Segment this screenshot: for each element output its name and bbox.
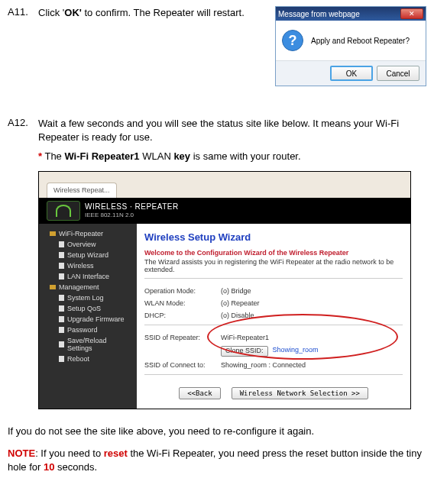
file-icon xyxy=(59,273,64,279)
router-header: WIRELESS · REPEATER IEEE 802.11N 2.0 xyxy=(39,198,410,224)
sidebar-item-label: LAN Interface xyxy=(67,273,109,280)
dialog-title: Message from webpage xyxy=(278,10,360,18)
row-wlan-mode: WLAN Mode: (o) Repeater xyxy=(144,297,403,309)
after-reset: reset xyxy=(104,447,128,459)
step-a12-label: A12. xyxy=(8,117,38,409)
sidebar-item-save-reload[interactable]: Save/Reload Settings xyxy=(39,335,137,354)
dialog-body: ? Apply and Reboot Repeater? xyxy=(276,21,426,60)
sidebar-item-label: Setup Wizard xyxy=(67,251,108,259)
a11-text-pre: Click ' xyxy=(38,7,64,18)
wizard-desc: The Wizard assists you in registering th… xyxy=(144,258,403,273)
separator xyxy=(144,374,403,375)
router-sidebar: WiFi-Repeater Overview Setup Wizard Wire… xyxy=(39,224,137,409)
step-a12-body: Wait a few seconds and you will see the … xyxy=(38,117,426,409)
sidebar-item-label: Password xyxy=(67,326,98,334)
wizard-footer: <<Back Wireless Network Selection >> xyxy=(144,381,403,404)
after-p2: NOTE: If you need to reset the Wi-Fi Rep… xyxy=(8,447,426,473)
step-a11-label: A11. xyxy=(8,6,38,86)
file-icon xyxy=(59,305,64,312)
step-a12: A12. Wait a few seconds and you will see… xyxy=(8,117,426,409)
note-pre: The xyxy=(42,150,64,162)
file-icon xyxy=(59,327,64,333)
note-mid: WLAN xyxy=(140,150,174,162)
step-a12-text: Wait a few seconds and you will see the … xyxy=(38,117,426,144)
question-icon: ? xyxy=(282,30,303,51)
row-op-mode: Operation Mode: (o) Bridge xyxy=(144,285,403,297)
router-header-title: WIRELESS · REPEATER xyxy=(85,202,179,211)
ok-button[interactable]: OK xyxy=(330,66,373,81)
sidebar-item-overview[interactable]: Overview xyxy=(39,239,137,250)
browser-tab[interactable]: Wireless Repeat... xyxy=(47,183,117,198)
wlan-mode-value: (o) Repeater xyxy=(221,299,403,307)
sidebar-item-label: Management xyxy=(59,283,99,291)
wifi-logo-icon xyxy=(47,201,80,221)
sidebar-item-password[interactable]: Password xyxy=(39,325,137,335)
router-header-sub: IEEE 802.11N 2.0 xyxy=(85,212,179,218)
step-a11-body: Click 'OK' to confirm. The Repeater will… xyxy=(38,6,426,86)
a11-text-post: to confirm. The Repeater will restart. xyxy=(82,7,245,18)
file-icon xyxy=(59,263,64,269)
sidebar-item-wireless[interactable]: Wireless xyxy=(39,260,137,271)
op-mode-value: (o) Bridge xyxy=(221,287,403,295)
dialog-titlebar: Message from webpage ✕ xyxy=(276,7,426,21)
confirm-dialog: Message from webpage ✕ ? Apply and Reboo… xyxy=(275,6,426,86)
step-a12-note: * The Wi-Fi Repeater1 WLAN key is same w… xyxy=(38,144,426,163)
ssid-connect-label: SSID of Connect to: xyxy=(144,361,221,369)
note-post: is same with your router. xyxy=(190,150,301,162)
sidebar-item-label: WiFi-Repeater xyxy=(59,230,103,237)
browser-tabstrip: Wireless Repeat... xyxy=(39,172,410,198)
sidebar-item-label: Upgrade Firmware xyxy=(67,315,125,323)
dialog-footer: OK Cancel xyxy=(276,60,426,86)
sidebar-item-lan[interactable]: LAN Interface xyxy=(39,271,137,282)
separator xyxy=(144,278,403,279)
file-icon xyxy=(59,341,64,347)
file-icon xyxy=(59,316,64,322)
browser-tab-label: Wireless Repeat... xyxy=(53,186,110,194)
note-b1: Wi-Fi Repeater1 xyxy=(64,150,139,162)
dialog-message: Apply and Reboot Repeater? xyxy=(311,37,410,45)
router-content: Wireless Setup Wizard Welcome to the Con… xyxy=(137,224,410,409)
step-a11-text: Click 'OK' to confirm. The Repeater will… xyxy=(38,6,270,20)
note-b2: key xyxy=(173,150,190,162)
folder-icon xyxy=(50,231,56,236)
sidebar-item-label: Setup QoS xyxy=(67,305,101,312)
sidebar-item-label: System Log xyxy=(67,294,104,302)
sidebar-item-qos[interactable]: Setup QoS xyxy=(39,303,137,314)
sidebar-item-label: Overview xyxy=(67,241,96,248)
sidebar-item-label: Wireless xyxy=(67,262,94,270)
wizard-title: Wireless Setup Wizard xyxy=(144,231,403,243)
close-icon[interactable]: ✕ xyxy=(400,8,423,19)
step-a11: A11. Click 'OK' to confirm. The Repeater… xyxy=(8,6,426,86)
next-button[interactable]: Wireless Network Selection >> xyxy=(232,387,368,399)
sidebar-item-upgrade[interactable]: Upgrade Firmware xyxy=(39,314,137,325)
sidebar-item-reboot[interactable]: Reboot xyxy=(39,354,137,364)
a11-text-bold: OK' xyxy=(64,7,82,18)
note-label: NOTE xyxy=(8,447,35,459)
sidebar-item-label: Reboot xyxy=(67,355,89,363)
folder-icon xyxy=(50,285,56,289)
file-icon xyxy=(59,295,64,301)
row-ssid-connect: SSID of Connect to: Showing_room : Conne… xyxy=(144,359,403,371)
file-icon xyxy=(59,356,64,362)
after-p2-a: : If you need to xyxy=(35,447,104,459)
dhcp-label: DHCP: xyxy=(144,312,221,319)
router-screenshot: Wireless Repeat... WIRELESS · REPEATER I… xyxy=(38,171,411,409)
sidebar-item-root[interactable]: WiFi-Repeater xyxy=(39,228,137,239)
op-mode-label: Operation Mode: xyxy=(144,287,221,295)
wizard-subtitle: Welcome to the Configuration Wizard of t… xyxy=(144,249,403,257)
file-icon xyxy=(59,252,64,258)
annotation-circle xyxy=(207,314,398,360)
sidebar-item-syslog[interactable]: System Log xyxy=(39,292,137,303)
after-p2-c: seconds. xyxy=(54,461,97,473)
ssid-connect-value: Showing_room : Connected xyxy=(221,361,403,369)
router-main: WiFi-Repeater Overview Setup Wizard Wire… xyxy=(39,224,410,409)
wlan-mode-label: WLAN Mode: xyxy=(144,299,221,307)
sidebar-item-label: Save/Reload Settings xyxy=(67,337,132,352)
back-button[interactable]: <<Back xyxy=(179,387,221,399)
after-ten: 10 xyxy=(44,461,54,473)
file-icon xyxy=(59,241,64,247)
after-p1: If you do not see the site like above, y… xyxy=(8,425,426,438)
sidebar-item-management[interactable]: Management xyxy=(39,282,137,292)
cancel-button[interactable]: Cancel xyxy=(377,66,419,81)
sidebar-item-setup-wizard[interactable]: Setup Wizard xyxy=(39,250,137,260)
